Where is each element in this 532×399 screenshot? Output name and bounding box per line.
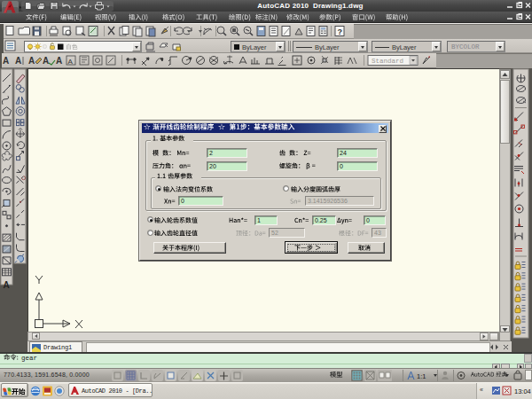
- svg-text:A: A: [15, 56, 21, 66]
- svg-text:A: A: [68, 58, 74, 66]
- svg-text:Standard: Standard: [372, 58, 403, 65]
- svg-text:?: ?: [338, 27, 343, 36]
- svg-text:A: A: [43, 56, 49, 66]
- svg-text:A: A: [3, 280, 9, 290]
- svg-text:A: A: [28, 56, 35, 66]
- svg-text:A: A: [3, 56, 9, 66]
- svg-text:1:1: 1:1: [417, 372, 426, 380]
- svg-text:A: A: [56, 56, 62, 66]
